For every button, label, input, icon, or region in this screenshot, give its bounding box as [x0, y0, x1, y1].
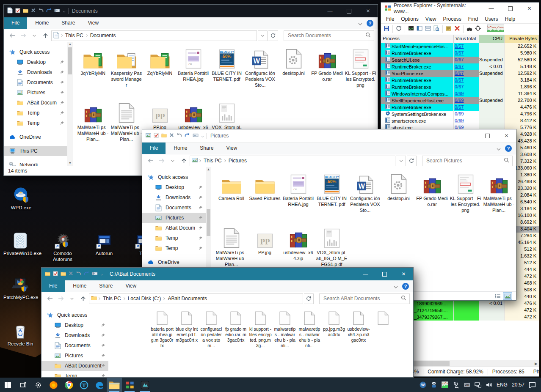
- up-button[interactable]: [179, 158, 189, 164]
- process-row-runtimebroker-exe[interactable]: RuntimeBroker.exe0/67< 0.015.148 K: [381, 63, 539, 70]
- file-item-fp-grado-medio-rar[interactable]: FP Grado Medio.rar: [415, 171, 449, 225]
- qat-rename-icon[interactable]: [92, 271, 98, 277]
- recent-locations-icon[interactable]: [29, 35, 39, 37]
- ribbon-tab-share[interactable]: Share: [55, 17, 81, 29]
- ribbon-tab-share[interactable]: Share: [93, 280, 119, 292]
- file-item-malwareti-ps-malwareh-ub-plan[interactable]: MalWareTi ps - MalWareH ub - Plan...: [482, 171, 516, 225]
- close-button[interactable]: ✕: [520, 3, 539, 14]
- process-row-yourphone-exe[interactable]: YourPhone.exe0/67Suspended12.592 K: [381, 70, 539, 77]
- file-item-malwaretip-s-malwarehu-b-planti[interactable]: malwaretip s - malwarehu b - planti...: [297, 309, 322, 361]
- sidebar-item-desktop[interactable]: Desktop: [4, 57, 67, 67]
- taskbar-edge-button[interactable]: [91, 378, 107, 392]
- toolbar-refresh-icon[interactable]: [396, 25, 402, 33]
- help-icon[interactable]: ?: [367, 20, 373, 27]
- process-row-runtimebroker-exe[interactable]: RuntimeBroker.exe0/674.476 K: [381, 104, 539, 111]
- breadcrumb-item[interactable]: ABait Documents: [167, 296, 208, 302]
- virustotal-link[interactable]: 0/67: [455, 84, 464, 89]
- back-button[interactable]: [7, 33, 17, 38]
- maximize-button[interactable]: [478, 129, 497, 142]
- tray-usb-icon[interactable]: [453, 381, 459, 389]
- toolbar-dll-view-icon[interactable]: [417, 25, 422, 33]
- desktop-icon-privatewin10-exe[interactable]: PrivateWin10.exe: [3, 231, 37, 256]
- forward-button[interactable]: [18, 33, 28, 38]
- action-center-icon[interactable]: [529, 382, 536, 388]
- sidebar-item-this-pc[interactable]: This PC: [4, 146, 67, 156]
- menu-view[interactable]: View: [422, 16, 440, 22]
- file-item-usbdeview-x64-zip-m3-gac0rtx[interactable]: usbdeview- x64.zip.m3 gac0rtx: [346, 309, 371, 361]
- breadcrumb-item[interactable]: Documents: [89, 33, 117, 38]
- process-row-shellexperiencehost-exe[interactable]: ShellExperienceHost.exe0/69Suspended22.7…: [381, 97, 539, 104]
- taskbar-ie-button[interactable]: e: [76, 378, 91, 392]
- ribbon-tab-share[interactable]: Share: [193, 143, 220, 154]
- sidebar-item-documents[interactable]: Documents: [41, 340, 108, 351]
- toolbar-cpu-graph-icon[interactable]: [487, 25, 504, 34]
- close-button[interactable]: ✕: [497, 129, 516, 142]
- titlebar[interactable]: C:\ABait Documents — ✕: [41, 268, 413, 280]
- file-item-3qybrlymn[interactable]: 3qYbRlyMN: [76, 46, 110, 100]
- virustotal-link[interactable]: 0/69: [455, 111, 464, 116]
- process-row-runtimebroker-exe[interactable]: RuntimeBroker.exe0/675.980 K: [381, 50, 539, 57]
- virustotal-link[interactable]: 0/69: [455, 98, 464, 103]
- qat-new-folder-icon[interactable]: [23, 8, 28, 14]
- process-row-searchui-exe[interactable]: SearchUI.exe0/67Suspended52.580 K: [381, 57, 539, 63]
- sidebar-item-pictures[interactable]: Pictures: [41, 351, 108, 361]
- qat-rename-icon[interactable]: [193, 133, 199, 139]
- sidebar-item-quick-access[interactable]: Quick access: [4, 47, 67, 57]
- breadcrumb-item[interactable]: Pictures: [228, 158, 248, 164]
- sidebar-item-onedrive[interactable]: OneDrive: [142, 257, 206, 267]
- sidebar-item-temp[interactable]: Temp: [142, 243, 206, 253]
- qat-pics-icon[interactable]: [146, 133, 151, 139]
- file-item-bater-a-port-til-rhea-jpg-m-3gac0rtx[interactable]: batería portátil rhea.jpg.m 3gac0rtx: [150, 309, 174, 361]
- desktop-icon-autorun[interactable]: Autorun: [87, 231, 121, 256]
- file-item-pp-jpg-m3g-ac0rtx[interactable]: pp.jpg.m3g ac0rtx: [322, 309, 346, 361]
- virustotal-link[interactable]: 0/57: [455, 44, 464, 49]
- virustotal-link[interactable]: 0/67: [455, 50, 464, 55]
- minimize-button[interactable]: —: [320, 5, 340, 17]
- file-item-kl-support-files-encrypted-png[interactable]: KL Support - Files Encrypted. png: [344, 46, 377, 100]
- menu-process[interactable]: Process: [440, 16, 465, 22]
- file-item-kaspersky-password-manager[interactable]: Kaspersky Password Manager: [110, 46, 143, 100]
- file-item-blue-city-internet-pdf[interactable]: BLUECITY-50%BLUE CITY INTERNET. pdf: [315, 171, 348, 225]
- column-header-cpu[interactable]: CPU: [479, 35, 505, 43]
- taskbar-task-view-button[interactable]: [15, 378, 30, 392]
- qat-new-folder-icon[interactable]: [61, 271, 66, 277]
- address-dropdown-icon[interactable]: [258, 30, 268, 41]
- file-item-kl-support-files-encrypted-png[interactable]: KL Support - Files Encrypted. png: [449, 171, 482, 225]
- process-row-runtimebroker-exe[interactable]: RuntimeBroker.exe0/671.896 K: [381, 84, 539, 90]
- ribbon-tab-view[interactable]: View: [119, 280, 143, 292]
- qat-folder-icon[interactable]: [45, 271, 50, 277]
- sidebar-item-downloads[interactable]: Downloads: [4, 67, 67, 77]
- thumbnails-view-icon[interactable]: [503, 293, 512, 299]
- file-item-malwareti-ps-malwareh-ub-plan[interactable]: MalWareTi ps - MalWareH ub - Plan...: [76, 100, 110, 154]
- clock[interactable]: 20:57: [512, 382, 524, 388]
- refresh-icon[interactable]: [407, 156, 417, 166]
- minimize-button[interactable]: —: [356, 268, 375, 280]
- sidebar-item-network[interactable]: Network: [4, 160, 67, 166]
- menu-file[interactable]: File: [383, 16, 397, 22]
- tray-robot-icon[interactable]: [431, 381, 437, 389]
- toolbar-find-dll-icon[interactable]: [433, 25, 439, 33]
- search-input[interactable]: [287, 32, 365, 39]
- ribbon-collapse-icon[interactable]: [358, 19, 362, 27]
- ribbon-tab-file[interactable]: File: [4, 17, 27, 29]
- virustotal-link[interactable]: 0/69: [455, 118, 464, 123]
- close-button[interactable]: ✕: [359, 5, 378, 17]
- toolbar-properties-icon[interactable]: [446, 25, 452, 33]
- taskbar-start-button[interactable]: [0, 378, 15, 392]
- sidebar-item-quick-access[interactable]: Quick access: [142, 172, 206, 182]
- file-item-fp-grado-medio-rar-m3gac0rtx[interactable]: fp grado medio.rar. m3gac0rtx: [224, 309, 248, 361]
- search-box[interactable]: [284, 30, 374, 41]
- minimize-button[interactable]: —: [459, 129, 478, 142]
- qat-delete-icon[interactable]: [31, 8, 36, 14]
- qat-redo-icon[interactable]: [84, 271, 89, 277]
- file-item-configurac-i-n-pedalera-vox-sto[interactable]: WConfigurac ión Pedalera VOX Sto...: [348, 171, 382, 225]
- ribbon-tab-home[interactable]: Home: [66, 280, 93, 292]
- refresh-icon[interactable]: [268, 30, 278, 41]
- process-row-startmenuexperiencehos[interactable]: StartMenuExperienceHos...0/5722.652 K: [381, 43, 539, 50]
- sidebar-item-pictures[interactable]: Pictures: [4, 88, 67, 98]
- desktop-icon-recycle-bin[interactable]: Recycle Bin: [3, 321, 37, 347]
- qat-delete-icon[interactable]: [169, 133, 174, 139]
- file-item-fp-grado-medio-rar[interactable]: FP Grado Medio.rar: [310, 46, 344, 100]
- desktop-icon-patchmypc-exe[interactable]: PatchMyPC.exe: [3, 275, 37, 300]
- file-item-zqybrlymn[interactable]: ZqYbRlyMN: [143, 46, 177, 100]
